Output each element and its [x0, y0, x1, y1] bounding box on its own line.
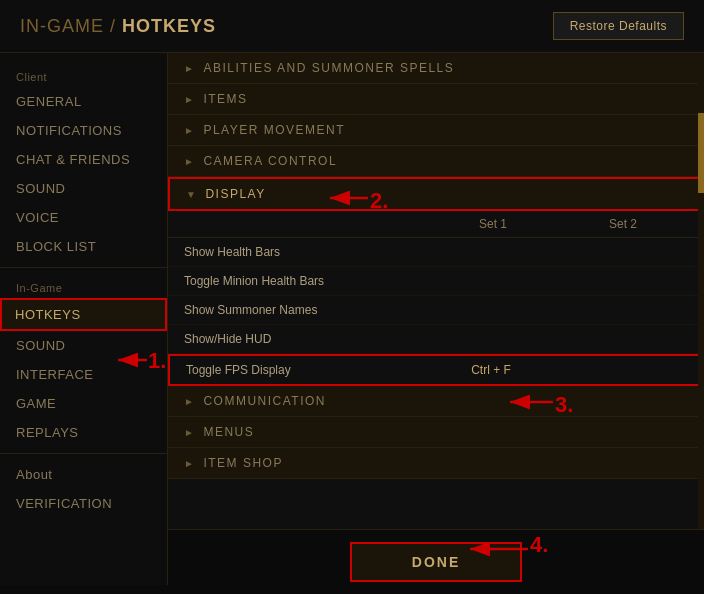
arrow-icon: ►: [184, 156, 195, 167]
sidebar-item-chat-friends[interactable]: CHAT & FRIENDS: [0, 145, 167, 174]
sidebar-divider-2: [0, 453, 167, 454]
section-label: ITEMS: [203, 92, 247, 106]
sidebar-item-about[interactable]: About: [0, 460, 167, 489]
header: IN-GAME / HOTKEYS Restore Defaults: [0, 0, 704, 53]
page-title: IN-GAME / HOTKEYS: [20, 16, 216, 37]
done-button[interactable]: DONE: [350, 542, 522, 582]
section-label: CAMERA CONTROL: [203, 154, 337, 168]
section-player-movement[interactable]: ► PLAYER MOVEMENT: [168, 115, 704, 146]
section-menus[interactable]: ► MENUS: [168, 417, 704, 448]
section-label: ITEM SHOP: [203, 456, 283, 470]
sidebar-item-sound-ingame[interactable]: SOUND: [0, 331, 167, 360]
sidebar-item-sound-client[interactable]: SOUND: [0, 174, 167, 203]
client-section-label: Client: [0, 63, 167, 87]
sidebar-item-verification[interactable]: VERIFICATION: [0, 489, 167, 518]
sidebar-item-interface[interactable]: INTERFACE: [0, 360, 167, 389]
sidebar-item-hotkeys[interactable]: HOTKEYS: [0, 298, 167, 331]
section-label: MENUS: [203, 425, 254, 439]
section-camera-control[interactable]: ► CAMERA CONTROL: [168, 146, 704, 177]
sidebar-item-block-list[interactable]: BLOCK LIST: [0, 232, 167, 261]
sidebar-item-notifications[interactable]: NOTIFICATIONS: [0, 116, 167, 145]
arrow-icon: ►: [184, 458, 195, 469]
footer: DONE: [168, 529, 704, 594]
section-display[interactable]: ▼ DISPLAY: [168, 177, 704, 211]
arrow-down-icon: ▼: [186, 189, 197, 200]
arrow-icon: ►: [184, 63, 195, 74]
scrollbar[interactable]: [698, 53, 704, 585]
arrow-icon: ►: [184, 427, 195, 438]
breadcrumb-separator: /: [110, 16, 122, 36]
sidebar: Client GENERAL NOTIFICATIONS CHAT & FRIE…: [0, 53, 168, 585]
section-items[interactable]: ► ITEMS: [168, 84, 704, 115]
row-label: Toggle FPS Display: [186, 363, 426, 377]
row-toggle-fps[interactable]: Toggle FPS Display Ctrl + F: [168, 354, 704, 386]
row-label: Show Summoner Names: [184, 303, 428, 317]
breadcrumb-prefix: IN-GAME: [20, 16, 104, 36]
sidebar-item-game[interactable]: GAME: [0, 389, 167, 418]
arrow-icon: ►: [184, 94, 195, 105]
section-communication[interactable]: ► COMMUNICATION: [168, 386, 704, 417]
row-show-hide-hud[interactable]: Show/Hide HUD: [168, 325, 704, 354]
restore-defaults-button[interactable]: Restore Defaults: [553, 12, 684, 40]
section-item-shop[interactable]: ► ITEM SHOP: [168, 448, 704, 479]
section-label: PLAYER MOVEMENT: [203, 123, 345, 137]
ingame-section-label: In-Game: [0, 274, 167, 298]
set1-header: Set 1: [428, 217, 558, 231]
set-headers-row: Set 1 Set 2: [168, 211, 704, 238]
arrow-icon: ►: [184, 125, 195, 136]
main-layout: Client GENERAL NOTIFICATIONS CHAT & FRIE…: [0, 53, 704, 585]
row-toggle-minion[interactable]: Toggle Minion Health Bars: [168, 267, 704, 296]
page-section-title: HOTKEYS: [122, 16, 216, 36]
scroll-thumb[interactable]: [698, 113, 704, 193]
row-label: Show/Hide HUD: [184, 332, 428, 346]
section-label: ABILITIES AND SUMMONER SPELLS: [203, 61, 454, 75]
content-area: ► ABILITIES AND SUMMONER SPELLS ► ITEMS …: [168, 53, 704, 585]
section-label: COMMUNICATION: [203, 394, 326, 408]
section-label: DISPLAY: [205, 187, 265, 201]
set2-header: Set 2: [558, 217, 688, 231]
row-label: Show Health Bars: [184, 245, 428, 259]
row-label: Toggle Minion Health Bars: [184, 274, 428, 288]
section-abilities[interactable]: ► ABILITIES AND SUMMONER SPELLS: [168, 53, 704, 84]
arrow-icon: ►: [184, 396, 195, 407]
set-label-empty: [184, 217, 428, 231]
row-set1: Ctrl + F: [426, 363, 556, 377]
sidebar-divider-1: [0, 267, 167, 268]
sidebar-item-replays[interactable]: REPLAYS: [0, 418, 167, 447]
sidebar-item-general[interactable]: GENERAL: [0, 87, 167, 116]
row-show-health-bars[interactable]: Show Health Bars: [168, 238, 704, 267]
row-show-summoner-names[interactable]: Show Summoner Names: [168, 296, 704, 325]
sidebar-item-voice[interactable]: VOICE: [0, 203, 167, 232]
